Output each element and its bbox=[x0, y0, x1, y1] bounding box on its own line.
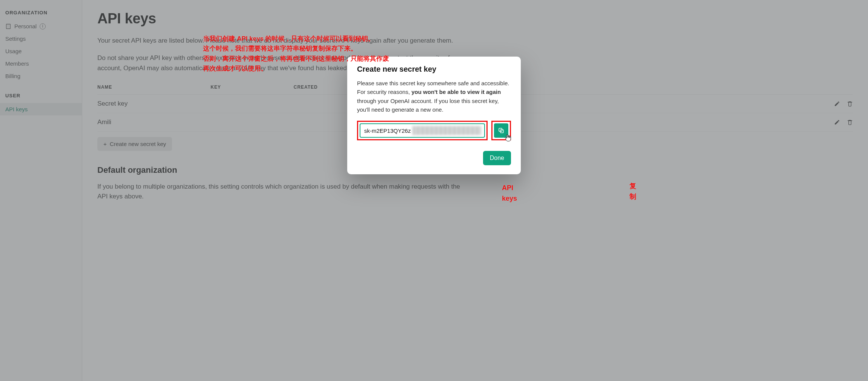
anno-text: 的时候，只有这个时候可以看到秘钥。 bbox=[264, 35, 375, 42]
modal-title: Create new secret key bbox=[357, 65, 511, 74]
modal-description: Please save this secret key somewhere sa… bbox=[357, 79, 511, 114]
anno-text: 当我们创建 bbox=[203, 35, 237, 42]
app-root: ORGANIZATION Personal i Settings Usage M… bbox=[0, 0, 868, 381]
key-area bbox=[357, 121, 511, 140]
annotation-api-keys: API keys bbox=[502, 183, 521, 204]
modal-desc-suffix: through your OpenAI account. If you lose… bbox=[357, 98, 499, 113]
modal-overlay[interactable]: Create new secret key Please save this s… bbox=[0, 0, 868, 381]
copy-key-button[interactable] bbox=[494, 123, 508, 138]
done-button[interactable]: Done bbox=[483, 151, 511, 165]
modal-desc-bold: you won't be able to view it again bbox=[411, 89, 501, 95]
anno-text: 再次生成才可以使用。 bbox=[203, 65, 267, 72]
modal-actions: Done bbox=[357, 151, 511, 165]
anno-text: 这个时候，我们需要将这串字符串秘钥复制保存下来。 bbox=[203, 45, 357, 52]
anno-keyword: API keys bbox=[237, 35, 264, 42]
key-input-highlight bbox=[357, 121, 488, 140]
annotation-copy: 复制 bbox=[629, 181, 636, 202]
copy-icon bbox=[498, 127, 505, 134]
create-key-modal: Create new secret key Please save this s… bbox=[347, 57, 521, 174]
key-blur-mask bbox=[412, 126, 481, 135]
copy-button-highlight bbox=[491, 121, 511, 140]
